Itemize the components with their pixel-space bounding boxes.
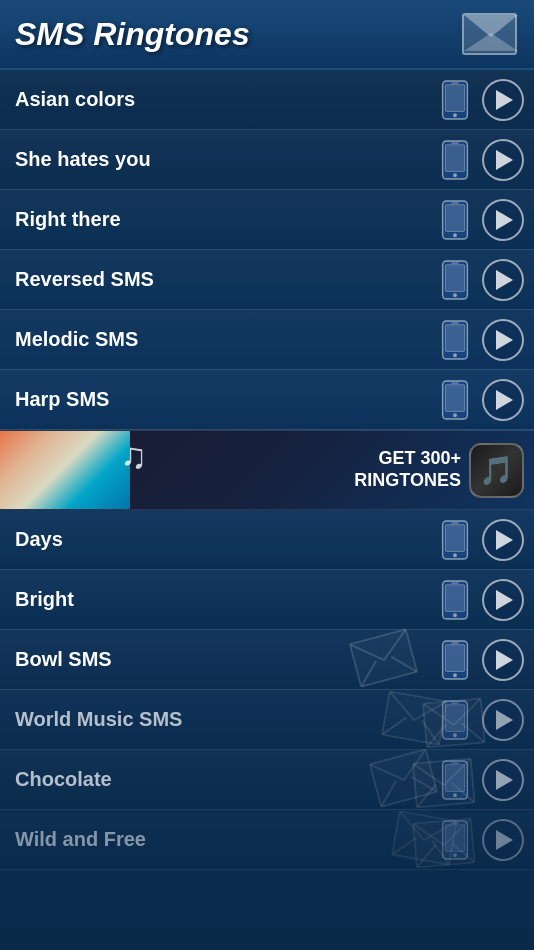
- ringtone-item: Melodic SMS: [0, 310, 534, 370]
- play-button[interactable]: [482, 199, 524, 241]
- svg-rect-15: [451, 262, 459, 263]
- banner-left-image: ♫: [0, 430, 200, 510]
- svg-rect-25: [445, 524, 464, 551]
- ringtone-name: Right there: [15, 208, 434, 231]
- svg-rect-13: [445, 264, 464, 291]
- ringtone-item: Days: [0, 510, 534, 570]
- play-triangle-icon: [496, 770, 513, 790]
- ringtone-actions: [434, 258, 524, 302]
- ringtone-item: Bright: [0, 570, 534, 630]
- play-button[interactable]: [482, 699, 524, 741]
- svg-point-14: [453, 293, 457, 297]
- ringtone-name: World Music SMS: [15, 708, 434, 731]
- svg-rect-19: [451, 322, 459, 323]
- svg-rect-40: [445, 704, 464, 731]
- set-ringtone-button[interactable]: [434, 638, 476, 682]
- play-button[interactable]: [482, 639, 524, 681]
- play-triangle-icon: [496, 830, 513, 850]
- set-ringtone-button[interactable]: [434, 578, 476, 622]
- set-ringtone-button[interactable]: [434, 78, 476, 122]
- set-ringtone-button[interactable]: [434, 698, 476, 742]
- ringtone-item: She hates you: [0, 130, 534, 190]
- banner-text: GET 300+ RINGTONES: [354, 448, 461, 491]
- set-ringtone-button[interactable]: [434, 818, 476, 862]
- play-triangle-icon: [496, 270, 513, 290]
- svg-point-18: [453, 353, 457, 357]
- play-triangle-icon: [496, 330, 513, 350]
- svg-rect-31: [451, 582, 459, 583]
- set-ringtone-button[interactable]: [434, 198, 476, 242]
- ringtone-item: Asian colors: [0, 70, 534, 130]
- play-button[interactable]: [482, 579, 524, 621]
- ringtone-list-bottom: Days Bright Bowl SMS World Music SMS Cho…: [0, 510, 534, 870]
- play-triangle-icon: [496, 90, 513, 110]
- play-triangle-icon: [496, 710, 513, 730]
- banner-app-icon[interactable]: 🎵: [469, 443, 524, 498]
- svg-rect-27: [451, 522, 459, 523]
- banner-line1: GET 300+: [378, 448, 461, 468]
- play-triangle-icon: [496, 150, 513, 170]
- envelope-icon: [462, 13, 517, 55]
- app-header: SMS Ringtones: [0, 0, 534, 70]
- ringtone-item: Chocolate: [0, 750, 534, 810]
- set-ringtone-button[interactable]: [434, 378, 476, 422]
- ringtone-item: Harp SMS: [0, 370, 534, 430]
- ringtone-actions: [434, 138, 524, 182]
- svg-point-47: [453, 793, 457, 797]
- ringtone-actions: [434, 378, 524, 422]
- svg-rect-46: [445, 764, 464, 791]
- set-ringtone-button[interactable]: [434, 318, 476, 362]
- svg-rect-34: [445, 644, 464, 671]
- svg-point-35: [453, 673, 457, 677]
- ringtone-actions: [434, 698, 524, 742]
- svg-rect-52: [445, 824, 464, 851]
- ringtone-list: Asian colors She hates you Right there R…: [0, 70, 534, 430]
- svg-point-22: [453, 413, 457, 417]
- ringtone-actions: [434, 758, 524, 802]
- play-button[interactable]: [482, 759, 524, 801]
- play-triangle-icon: [496, 590, 513, 610]
- play-button[interactable]: [482, 519, 524, 561]
- ringtone-name: Melodic SMS: [15, 328, 434, 351]
- set-ringtone-button[interactable]: [434, 258, 476, 302]
- svg-point-30: [453, 613, 457, 617]
- svg-point-10: [453, 233, 457, 237]
- play-button[interactable]: [482, 139, 524, 181]
- ringtone-name: Harp SMS: [15, 388, 434, 411]
- play-triangle-icon: [496, 650, 513, 670]
- play-button[interactable]: [482, 379, 524, 421]
- set-ringtone-button[interactable]: [434, 138, 476, 182]
- ringtone-actions: [434, 318, 524, 362]
- ringtone-name: Reversed SMS: [15, 268, 434, 291]
- svg-rect-29: [445, 584, 464, 611]
- svg-point-26: [453, 553, 457, 557]
- ringtone-name: Chocolate: [15, 768, 434, 791]
- play-button[interactable]: [482, 319, 524, 361]
- svg-rect-54: [451, 822, 459, 823]
- play-button[interactable]: [482, 79, 524, 121]
- set-ringtone-button[interactable]: [434, 758, 476, 802]
- ringtone-name: Bright: [15, 588, 434, 611]
- svg-rect-23: [451, 382, 459, 383]
- svg-point-53: [453, 853, 457, 857]
- ringtone-actions: [434, 578, 524, 622]
- ringtone-name: Bowl SMS: [15, 648, 434, 671]
- svg-rect-36: [451, 642, 459, 643]
- set-ringtone-button[interactable]: [434, 518, 476, 562]
- play-button[interactable]: [482, 259, 524, 301]
- play-button[interactable]: [482, 819, 524, 861]
- svg-point-6: [453, 173, 457, 177]
- banner-phone-stack: [0, 430, 130, 510]
- svg-point-2: [453, 113, 457, 117]
- svg-rect-17: [445, 324, 464, 351]
- ringtone-name: Asian colors: [15, 88, 434, 111]
- ringtone-actions: [434, 638, 524, 682]
- ringtone-name: She hates you: [15, 148, 434, 171]
- play-triangle-icon: [496, 210, 513, 230]
- svg-rect-1: [445, 84, 464, 111]
- svg-rect-7: [451, 142, 459, 143]
- ringtone-actions: [434, 198, 524, 242]
- banner-ad[interactable]: ♫ GET 300+ RINGTONES 🎵: [0, 430, 534, 510]
- svg-rect-3: [451, 82, 459, 83]
- ringtone-item: Right there: [0, 190, 534, 250]
